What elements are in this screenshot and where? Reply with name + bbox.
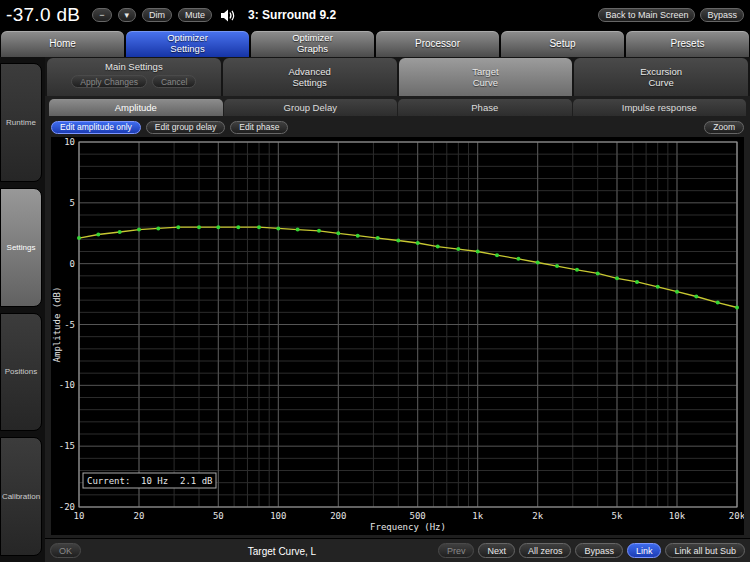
svg-text:2.1 dB: 2.1 dB [180, 476, 213, 486]
svg-text:10: 10 [64, 137, 75, 147]
tab-amplitude[interactable]: Amplitude [49, 99, 223, 116]
sidebar-item-runtime[interactable]: Runtime [0, 63, 42, 182]
sidebar-item-positions[interactable]: Positions [0, 313, 42, 432]
target-curve-plot[interactable]: 1050-5-10-15-201020501002005001k2k5k10k2… [51, 137, 744, 535]
tab-optimizer-graphs-line2: Graphs [297, 44, 328, 55]
curve-view-tab-row: Amplitude Group Delay Phase Impulse resp… [49, 99, 746, 116]
tab-home[interactable]: Home [1, 31, 124, 57]
tab-impulse-response[interactable]: Impulse response [573, 99, 747, 116]
tab-target-curve[interactable]: Target Curve [399, 58, 573, 96]
sidebar-item-settings[interactable]: Settings [0, 188, 42, 307]
svg-text:Frequency (Hz): Frequency (Hz) [370, 522, 446, 532]
settings-tab-row: Main Settings Apply Changes Cancel Advan… [45, 57, 750, 96]
main-nav: Home Optimizer Settings Optimizer Graphs… [0, 30, 750, 57]
top-bypass-button[interactable]: Bypass [700, 8, 744, 22]
back-to-main-screen-button[interactable]: Back to Main Screen [598, 8, 695, 22]
prev-button[interactable]: Prev [438, 543, 475, 558]
target-curve-chart[interactable]: 1050-5-10-15-201020501002005001k2k5k10k2… [51, 137, 744, 535]
svg-text:-20: -20 [59, 502, 75, 512]
tab-presets[interactable]: Presets [626, 31, 749, 57]
tab-main-settings-label: Main Settings [105, 61, 163, 72]
tab-optimizer-settings-line2: Settings [170, 44, 204, 55]
tab-setup[interactable]: Setup [501, 31, 624, 57]
volume-down-button[interactable]: − [92, 8, 111, 22]
tab-optimizer-settings-line1: Optimizer [167, 33, 208, 44]
edit-phase-button[interactable]: Edit phase [230, 121, 288, 134]
svg-text:0: 0 [70, 259, 75, 269]
svg-text:-15: -15 [59, 441, 75, 451]
svg-text:10 Hz: 10 Hz [141, 476, 168, 486]
svg-text:5: 5 [70, 198, 75, 208]
tab-processor[interactable]: Processor [376, 31, 499, 57]
current-channel-label: Target Curve, L [248, 545, 316, 556]
tab-advanced-settings[interactable]: Advanced Settings [223, 58, 397, 96]
svg-text:10: 10 [74, 511, 85, 521]
edit-mode-row: Edit amplitude only Edit group delay Edi… [51, 119, 744, 135]
svg-text:500: 500 [410, 511, 426, 521]
master-volume-display: -37.0 dB [6, 4, 80, 26]
top-right-buttons: Back to Main Screen Bypass [598, 8, 744, 22]
link-button[interactable]: Link [627, 543, 662, 558]
ok-button[interactable]: OK [50, 543, 81, 558]
dim-button[interactable]: Dim [142, 8, 172, 22]
svg-text:10k: 10k [669, 511, 686, 521]
link-all-but-sub-button[interactable]: Link all but Sub [665, 543, 745, 558]
svg-text:5k: 5k [612, 511, 623, 521]
tab-advanced-settings-line2: Settings [292, 77, 326, 88]
apply-changes-button[interactable]: Apply Changes [71, 75, 147, 88]
tab-target-curve-line2: Curve [473, 77, 498, 88]
svg-text:Current:: Current: [87, 476, 130, 486]
svg-text:20: 20 [134, 511, 145, 521]
main-settings-buttons: Apply Changes Cancel [71, 75, 196, 88]
tab-excursion-curve-line1: Excursion [640, 66, 682, 77]
tab-excursion-curve[interactable]: Excursion Curve [574, 58, 748, 96]
tab-optimizer-graphs-line1: Optimizer [292, 33, 333, 44]
svg-text:Amplitude (dB): Amplitude (dB) [52, 287, 62, 363]
mute-button[interactable]: Mute [178, 8, 212, 22]
bottom-right-buttons: Prev Next All zeros Bypass Link Link all… [438, 543, 745, 558]
edit-group-delay-button[interactable]: Edit group delay [146, 121, 225, 134]
sidebar: Runtime Settings Positions Calibration [0, 57, 45, 562]
content-area: Main Settings Apply Changes Cancel Advan… [45, 57, 750, 562]
next-button[interactable]: Next [478, 543, 515, 558]
svg-text:1k: 1k [472, 511, 483, 521]
tab-optimizer-settings[interactable]: Optimizer Settings [126, 31, 249, 57]
speaker-icon [220, 9, 236, 22]
tab-group-delay[interactable]: Group Delay [224, 99, 398, 116]
svg-text:-10: -10 [59, 380, 75, 390]
zoom-button[interactable]: Zoom [704, 121, 744, 134]
svg-text:2k: 2k [532, 511, 543, 521]
top-bar: -37.0 dB − ▾ Dim Mute 3: Surround 9.2 Ba… [0, 0, 750, 30]
edit-amplitude-only-button[interactable]: Edit amplitude only [51, 121, 141, 134]
tab-phase[interactable]: Phase [398, 99, 572, 116]
all-zeros-button[interactable]: All zeros [519, 543, 572, 558]
svg-text:100: 100 [270, 511, 286, 521]
tab-main-settings[interactable]: Main Settings Apply Changes Cancel [47, 58, 221, 96]
svg-text:50: 50 [213, 511, 224, 521]
volume-menu-button[interactable]: ▾ [118, 8, 137, 22]
bypass-button[interactable]: Bypass [575, 543, 623, 558]
tab-advanced-settings-line1: Advanced [288, 66, 330, 77]
svg-text:20k: 20k [729, 511, 744, 521]
tab-optimizer-graphs[interactable]: Optimizer Graphs [251, 31, 374, 57]
tab-excursion-curve-line2: Curve [648, 77, 673, 88]
bottom-bar: OK Target Curve, L Prev Next All zeros B… [45, 538, 750, 562]
svg-text:-5: -5 [64, 320, 75, 330]
svg-text:200: 200 [330, 511, 346, 521]
preset-title: 3: Surround 9.2 [248, 8, 336, 22]
sidebar-item-calibration[interactable]: Calibration [0, 437, 42, 556]
cancel-button[interactable]: Cancel [152, 75, 196, 88]
tab-target-curve-line1: Target [472, 66, 498, 77]
